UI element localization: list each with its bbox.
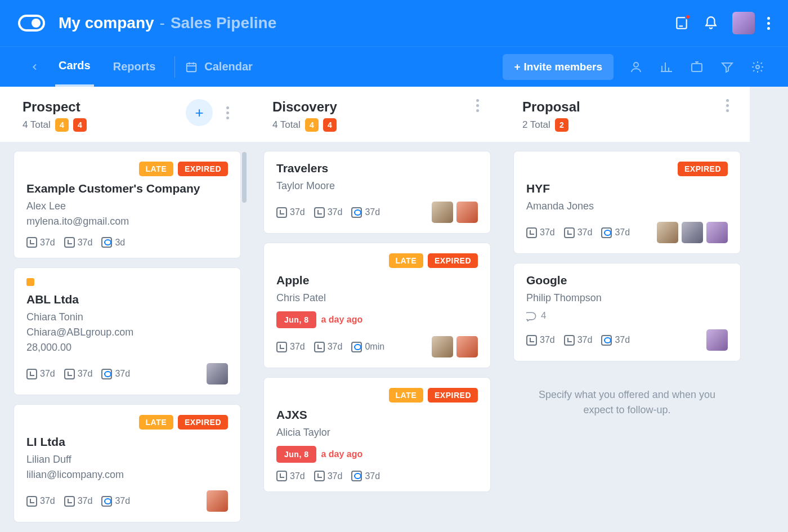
column-body: TravelersTaylor Moore37d37d37dLATEEXPIRE… — [250, 142, 500, 510]
tab-reports[interactable]: Reports — [110, 48, 159, 86]
svg-rect-1 — [187, 63, 196, 71]
card-field: mylena.ito@gmail.com — [26, 214, 228, 229]
column-subtitle: 2 Total2 — [522, 118, 580, 132]
count-badge: 4 — [73, 118, 87, 132]
clock-icon — [314, 471, 325, 481]
column-menu-icon[interactable] — [221, 106, 234, 119]
assignee-avatar[interactable] — [456, 336, 478, 357]
assignee-avatar[interactable] — [706, 329, 728, 351]
bell-icon[interactable] — [703, 15, 719, 31]
time-stat: 37d — [351, 471, 380, 481]
clock-icon — [64, 369, 75, 379]
assignee-avatar[interactable] — [432, 202, 453, 223]
clock-icon — [101, 369, 112, 379]
more-menu-icon[interactable] — [767, 17, 770, 30]
clock-icon — [101, 237, 112, 248]
clock-icon — [64, 496, 75, 507]
card[interactable]: LATEEXPIREDAJXSAlicia TaylorJun, 8a day … — [263, 377, 491, 492]
tab-calendar[interactable]: Calendar — [185, 60, 253, 73]
status-badge: EXPIRED — [178, 162, 228, 176]
assignee-avatar[interactable] — [682, 222, 703, 243]
clock-icon — [276, 471, 287, 481]
user-avatar[interactable] — [732, 12, 755, 34]
svg-rect-3 — [692, 64, 702, 71]
company-name[interactable]: My company — [59, 14, 154, 32]
card-title: HYF — [526, 182, 728, 195]
status-badge: EXPIRED — [428, 388, 478, 403]
column: Prospect 4 Total44 + LATEEXPIREDExample … — [0, 87, 250, 532]
time-stat: 37d — [26, 237, 55, 248]
card-title: ABL Ltda — [26, 293, 228, 306]
column-header: Proposal 2 Total2 — [500, 87, 750, 142]
clock-icon — [26, 496, 37, 507]
clock-icon — [276, 207, 287, 218]
status-badge: LATE — [389, 253, 424, 268]
card-field: lilian@licompany.com — [26, 467, 228, 482]
time-stat: 37d — [276, 207, 305, 218]
page-subtitle: Sales Pipeline — [171, 14, 276, 32]
status-badge: LATE — [139, 415, 174, 430]
time-stat: 3d — [101, 237, 125, 248]
user-icon[interactable] — [628, 59, 644, 75]
comments-count: 4 — [526, 310, 728, 321]
back-icon[interactable] — [27, 59, 43, 75]
card-field: 28,000.00 — [26, 340, 228, 355]
card-field: Lilian Duff — [26, 452, 228, 467]
time-stat: 37d — [351, 207, 380, 218]
time-stat: 37d — [601, 335, 630, 346]
time-stat: 37d — [314, 471, 343, 481]
status-badge: LATE — [139, 162, 174, 176]
card[interactable]: ABL LtdaChiara ToninChiara@ABLgroup.com2… — [14, 267, 241, 395]
settings-icon[interactable] — [750, 59, 765, 75]
clock-icon — [526, 227, 537, 238]
column-body: LATEEXPIREDExample Customer's CompanyAle… — [0, 142, 250, 532]
scrollbar[interactable] — [242, 152, 247, 203]
time-stat: 37d — [601, 227, 630, 238]
card[interactable]: LATEEXPIREDExample Customer's CompanyAle… — [14, 151, 241, 258]
column-body: EXPIREDHYFAmanda Jones37d37d37dGooglePhi… — [500, 142, 750, 444]
svg-point-4 — [756, 65, 759, 69]
column-title: Prospect — [23, 99, 87, 115]
date-chip: Jun, 8 — [276, 446, 316, 463]
column: Proposal 2 Total2 EXPIREDHYFAmanda Jones… — [500, 87, 750, 532]
card[interactable]: LATEEXPIREDLI LtdaLilian Dufflilian@lico… — [14, 404, 241, 522]
assignee-avatar[interactable] — [207, 363, 228, 385]
count-badge: 4 — [55, 118, 69, 132]
notification-dot — [685, 14, 691, 20]
assignee-avatar[interactable] — [456, 202, 478, 223]
card[interactable]: EXPIREDHYFAmanda Jones37d37d37d — [513, 151, 741, 254]
add-card-button[interactable]: + — [186, 99, 213, 126]
column-menu-icon[interactable] — [471, 99, 484, 112]
assignee-avatar[interactable] — [657, 222, 678, 243]
time-stat: 0min — [351, 342, 384, 352]
assignee-avatar[interactable] — [207, 490, 228, 512]
card-field: Amanda Jones — [526, 199, 728, 214]
card[interactable]: TravelersTaylor Moore37d37d37d — [263, 151, 491, 234]
time-stat: 37d — [314, 342, 343, 352]
clock-icon — [351, 471, 362, 481]
invite-members-button[interactable]: + Invite members — [503, 54, 614, 80]
tab-cards[interactable]: Cards — [55, 47, 94, 87]
relative-time: a day ago — [321, 449, 362, 459]
automation-icon[interactable] — [689, 59, 705, 75]
card[interactable]: LATEEXPIREDAppleChris PatelJun, 8a day a… — [263, 243, 491, 368]
card-title: Example Customer's Company — [26, 182, 228, 195]
inbox-icon[interactable] — [674, 15, 690, 31]
time-stat: 37d — [64, 369, 93, 379]
time-stat: 37d — [64, 496, 93, 507]
card-field: Philip Thompson — [526, 290, 728, 306]
svg-point-2 — [634, 62, 638, 67]
assignee-avatar[interactable] — [432, 336, 453, 357]
column-subtitle: 4 Total44 — [23, 118, 87, 132]
card[interactable]: GooglePhilip Thompson437d37d37d — [513, 263, 741, 361]
column: Discovery 4 Total44 TravelersTaylor Moor… — [250, 87, 500, 532]
time-stat: 37d — [101, 496, 130, 507]
time-stat: 37d — [526, 227, 555, 238]
filter-icon[interactable] — [719, 59, 735, 75]
app-logo[interactable] — [18, 15, 45, 32]
assignee-avatar[interactable] — [706, 222, 728, 243]
svg-rect-0 — [677, 17, 686, 29]
reports-icon[interactable] — [659, 59, 674, 75]
column-menu-icon[interactable] — [720, 99, 734, 112]
card-title: Travelers — [276, 162, 478, 175]
